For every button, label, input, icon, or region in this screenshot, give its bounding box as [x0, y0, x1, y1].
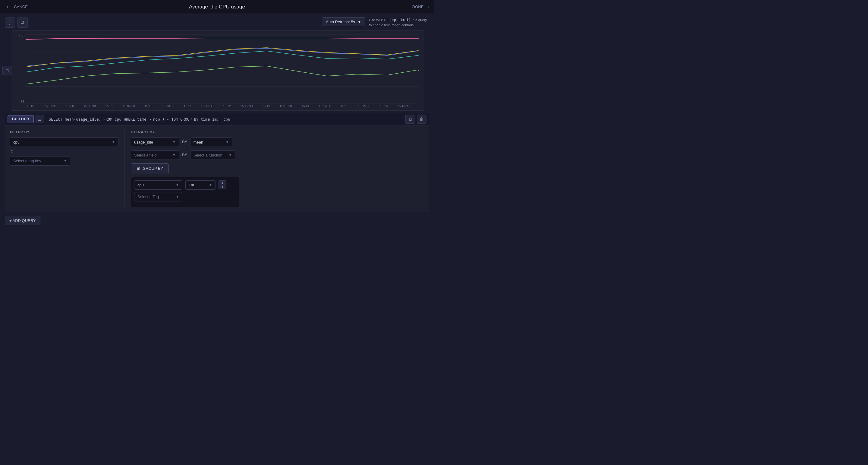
x-label-151530: 15:15:30 — [358, 104, 370, 108]
x-label-150730: 15:07:30 — [44, 104, 57, 108]
select-tag-dropdown[interactable]: Select a Tag ▼ — [134, 192, 182, 201]
field-dropdown-1[interactable]: usage_idle ▼ — [131, 138, 179, 147]
group-by-time-value: 1m — [189, 183, 194, 187]
delete-query-button[interactable]: 🗑 — [417, 115, 427, 124]
cancel-button[interactable]: CANCEL — [12, 3, 32, 10]
group-by-icon: ▣ — [136, 166, 140, 171]
header-right: DONE › — [381, 3, 429, 10]
add-query-button[interactable]: + ADD QUERY — [5, 216, 40, 225]
query-tabs-row: BUILDER ☰ SELECT mean(usage_idle) FROM c… — [5, 113, 429, 125]
help-text: Use WHERE tmpltime() in a query to enabl… — [369, 18, 429, 28]
group-by-button[interactable]: ▣ GROUP BY — [131, 164, 169, 173]
x-label-151330: 15:13:30 — [280, 104, 292, 108]
auto-refresh-button[interactable]: Auto Refresh: 5s ▼ — [322, 18, 365, 26]
chart-area: □ 100 95 90 85 — [5, 30, 429, 111]
extract-row-1: usage_idle ▼ BY mean ▼ — [131, 138, 424, 147]
function-dropdown-2[interactable]: Select a function ▼ — [190, 150, 236, 160]
toolbar-left: ⟩ ⇵ — [5, 18, 28, 28]
x-label-150930: 15:09:30 — [123, 104, 135, 108]
x-label-1515: 15:15 — [341, 104, 348, 108]
expand-chart-btn-area — [170, 18, 179, 26]
x-label-1507: 15:07 — [27, 104, 35, 108]
trash-icon: 🗑 — [420, 117, 424, 121]
sort-icon: ⇵ — [21, 20, 25, 25]
function-value-1: mean — [193, 140, 204, 144]
x-axis: 15:07 15:07:30 15:08 15:08:30 15:09 15:0… — [16, 104, 419, 108]
header: ‹ CANCEL Average idle CPU usage DONE › — [0, 0, 434, 14]
y-axis: 100 95 90 85 — [16, 34, 26, 104]
step-up-button[interactable]: ▲ — [219, 181, 226, 185]
group-by-time-dropdown[interactable]: 1m ▼ — [185, 180, 216, 190]
builder-body: FILTER BY cpu ▼ 2 Select a tag key ▼ EXT… — [5, 125, 429, 212]
done-button[interactable]: DONE — [410, 3, 426, 10]
x-label-1513: 15:13 — [262, 104, 270, 108]
filter-section: FILTER BY cpu ▼ 2 Select a tag key ▼ — [10, 130, 124, 207]
share-button[interactable]: ⟩ — [5, 18, 15, 28]
field-dropdown-2[interactable]: Select a field ▼ — [131, 150, 179, 160]
group-by-tag-dropdown[interactable]: cpu ▼ — [134, 180, 182, 190]
x-label-1512: 15:12 — [223, 104, 231, 108]
done-label: DONE — [412, 4, 424, 9]
extract-row-2: Select a field ▼ BY Select a function ▼ — [131, 150, 424, 160]
chevron-down-icon: ▼ — [64, 159, 67, 163]
x-label-1511: 15:11 — [184, 104, 192, 108]
x-label-151430: 15:14:30 — [319, 104, 331, 108]
group-by-panel: cpu ▼ 1m ▼ ▲ ▼ — [131, 177, 239, 207]
extract-section: EXTRACT BY usage_idle ▼ BY mean ▼ Select… — [124, 130, 424, 207]
chevron-right-icon: › — [428, 4, 429, 9]
auto-refresh-label: Auto Refresh: 5s — [326, 20, 355, 24]
sort-button[interactable]: ⇵ — [18, 18, 28, 28]
group-by-row-1: cpu ▼ 1m ▼ ▲ ▼ — [134, 180, 236, 190]
y-label-85: 85 — [16, 100, 24, 104]
chart-container: 100 95 90 85 — [11, 30, 424, 111]
query-section: BUILDER ☰ SELECT mean(usage_idle) FROM c… — [5, 113, 429, 212]
select-tag-placeholder: Select a Tag — [137, 195, 159, 199]
by-label-1: BY — [182, 140, 187, 144]
tag-key-placeholder: Select a tag key — [13, 158, 41, 163]
builder-tab[interactable]: BUILDER — [7, 115, 34, 123]
x-label-151230: 15:12:30 — [240, 104, 253, 108]
time-stepper: ▲ ▼ — [218, 180, 226, 190]
tag-key-dropdown[interactable]: Select a tag key ▼ — [10, 156, 70, 166]
group-by-label: GROUP BY — [143, 166, 163, 171]
query-text: SELECT mean(usage_idle) FROM cpu WHERE t… — [46, 117, 405, 121]
filter-by-title: FILTER BY — [10, 130, 119, 134]
group-by-row-2: Select a Tag ▼ — [134, 192, 236, 201]
y-label-95: 95 — [16, 56, 24, 60]
raw-tab-icon: ☰ — [38, 117, 41, 121]
raw-tab-button[interactable]: ☰ — [35, 115, 44, 123]
x-label-151630: 15:16:30 — [397, 104, 410, 108]
chevron-down-icon: ▼ — [176, 183, 179, 187]
chevron-down-icon: ▼ — [209, 183, 212, 187]
add-query-label: + ADD QUERY — [9, 218, 36, 223]
field-placeholder-2: Select a field — [134, 153, 156, 157]
toolbar-right: Auto Refresh: 5s ▼ Use WHERE tmpltime() … — [322, 18, 429, 28]
x-label-150830: 15:08:30 — [84, 104, 96, 108]
chevron-down-icon: ▼ — [229, 153, 232, 157]
expand-icon: □ — [6, 68, 8, 73]
page-title: Average idle CPU usage — [53, 4, 381, 10]
x-label-1516: 15:16 — [380, 104, 388, 108]
group-by-tag-value: cpu — [137, 183, 144, 187]
function-dropdown-1[interactable]: mean ▼ — [190, 138, 232, 147]
x-label-151130: 15:11:30 — [201, 104, 213, 108]
x-label-1510: 15:10 — [144, 104, 152, 108]
toolbar: ⟩ ⇵ Auto Refresh: 5s ▼ Use WHERE tmpltim… — [0, 14, 434, 30]
chevron-down-icon: ▼ — [112, 140, 115, 144]
chevron-left-icon: ‹ — [7, 4, 8, 9]
measurement-value: cpu — [13, 140, 20, 144]
y-label-100: 100 — [16, 34, 24, 38]
function-placeholder-2: Select a function — [193, 153, 222, 157]
copy-query-button[interactable]: ⧉ — [405, 115, 415, 124]
step-down-button[interactable]: ▼ — [219, 185, 226, 189]
y-label-90: 90 — [16, 78, 24, 82]
filter-count: 2 — [10, 149, 119, 154]
x-label-1514: 15:14 — [301, 104, 309, 108]
measurement-dropdown[interactable]: cpu ▼ — [10, 138, 119, 147]
extract-by-title: EXTRACT BY — [131, 130, 424, 134]
by-label-2: BY — [182, 153, 187, 157]
chevron-down-icon: ▼ — [226, 140, 229, 144]
query-action-buttons: ⧉ 🗑 — [405, 115, 427, 124]
expand-button[interactable]: □ — [2, 66, 12, 76]
back-button[interactable]: ‹ — [5, 3, 10, 10]
